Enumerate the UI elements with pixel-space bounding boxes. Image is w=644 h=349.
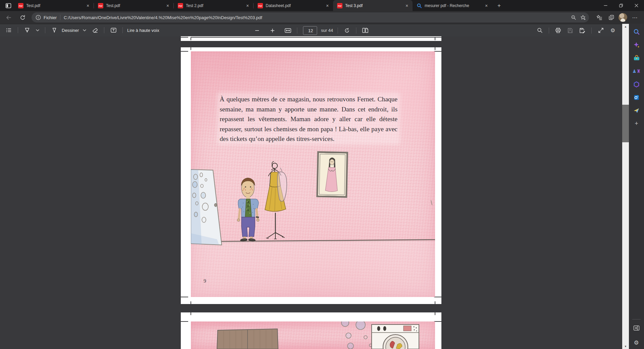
new-tab-button[interactable]: + xyxy=(494,1,504,10)
tab-title: Datasheet.pdf xyxy=(266,3,322,8)
profile-avatar[interactable] xyxy=(619,13,627,22)
vertical-scrollbar[interactable]: ▲ ▼ xyxy=(622,24,629,349)
browser-window: PDF Test.pdf × PDF Test.pdf × PDF Test 2… xyxy=(0,0,644,349)
collections-button[interactable] xyxy=(606,12,617,22)
favorites-button[interactable] xyxy=(594,12,605,22)
file-scheme-label: Fichier xyxy=(44,15,57,20)
address-bar[interactable]: Fichier C:/Users/Romain/OneDrive/Livre%2… xyxy=(32,12,589,22)
window-close-button[interactable] xyxy=(629,0,644,11)
fit-width-icon xyxy=(284,28,291,33)
svg-text:PDF: PDF xyxy=(258,5,262,7)
save-as-icon xyxy=(579,28,586,34)
pdf-viewer[interactable]: À quelques mètres de ce magasin, nous re… xyxy=(0,36,622,349)
tab-close-icon[interactable]: × xyxy=(483,3,489,9)
toolbar-separator xyxy=(18,27,18,33)
page-view-button[interactable] xyxy=(359,26,371,35)
erase-button[interactable] xyxy=(89,26,101,35)
tab-test-pdf-2[interactable]: PDF Test.pdf × xyxy=(94,0,173,11)
back-button[interactable] xyxy=(3,12,14,22)
tab-strip: PDF Test.pdf × PDF Test.pdf × PDF Test 2… xyxy=(0,0,644,11)
draw-label[interactable]: Dessiner xyxy=(62,28,79,33)
next-illustration-drawing xyxy=(191,321,435,349)
find-on-page-button[interactable] xyxy=(569,13,578,22)
zoom-out-button[interactable] xyxy=(251,26,263,35)
save-as-button[interactable] xyxy=(576,26,588,35)
magnifier-icon xyxy=(571,15,576,20)
sidebar-drop-button[interactable] xyxy=(631,105,642,116)
minus-icon xyxy=(255,28,259,33)
tab-layout-icon xyxy=(5,2,12,9)
tab-close-icon[interactable]: × xyxy=(85,3,91,9)
page-number-input[interactable] xyxy=(303,27,318,35)
pdf-file-icon: PDF xyxy=(18,3,23,8)
tab-test3-pdf-active[interactable]: PDF Test 3.pdf × xyxy=(333,0,413,11)
url-text[interactable]: C:/Users/Romain/OneDrive/Livre%20Valenti… xyxy=(64,15,569,20)
print-button[interactable] xyxy=(552,26,564,35)
search-document-button[interactable] xyxy=(534,26,546,35)
fullscreen-button[interactable] xyxy=(595,26,607,35)
tab-close-icon[interactable]: × xyxy=(165,3,171,9)
zoom-in-button[interactable] xyxy=(266,26,278,35)
chess-rook-icon: ♜ xyxy=(637,68,641,74)
plus-icon: + xyxy=(635,120,638,127)
highlighter-icon xyxy=(24,27,30,33)
sidebar-tools-button[interactable] xyxy=(631,53,642,63)
pdf-settings-button[interactable]: ⚙ xyxy=(607,26,619,35)
rotate-icon xyxy=(344,28,350,34)
tab-close-icon[interactable]: × xyxy=(324,3,330,9)
star-plus-icon xyxy=(580,15,586,20)
window-minimize-button[interactable] xyxy=(598,0,613,11)
close-icon xyxy=(635,4,638,7)
save-button[interactable] xyxy=(564,26,576,35)
draw-button[interactable] xyxy=(48,26,60,35)
tab-title: Test.pdf xyxy=(106,3,162,8)
tab-title: mesurer pdf - Recherche xyxy=(425,3,481,8)
sidebar-games-button[interactable]: ♟♜ xyxy=(631,66,642,77)
sidebar-settings-button[interactable]: ⚙ xyxy=(631,337,642,348)
search-icon xyxy=(537,28,543,33)
add-favorite-button[interactable] xyxy=(578,13,588,22)
fit-to-width-button[interactable] xyxy=(282,26,294,35)
tab-bing-search[interactable]: mesurer pdf - Recherche × xyxy=(413,0,492,11)
settings-menu-button[interactable]: ⋯ xyxy=(629,12,641,22)
svg-text:PDF: PDF xyxy=(178,5,182,7)
crop-mark xyxy=(181,297,188,297)
crop-mark xyxy=(181,321,188,322)
highlight-button[interactable] xyxy=(21,26,33,35)
scrollbar-thumb[interactable] xyxy=(622,105,629,142)
highlight-options-chevron[interactable] xyxy=(33,26,42,35)
page-info-button[interactable] xyxy=(34,13,43,22)
tab-close-icon[interactable]: × xyxy=(404,3,410,9)
chevron-down-icon xyxy=(83,29,86,32)
add-text-button[interactable] xyxy=(107,26,119,35)
tab-test2-pdf[interactable]: PDF Test 2.pdf × xyxy=(174,0,253,11)
refresh-button[interactable] xyxy=(17,12,28,22)
pdf-file-icon: PDF xyxy=(337,3,342,8)
tab-test-pdf-1[interactable]: PDF Test.pdf × xyxy=(14,0,94,11)
sidebar-search-icon xyxy=(633,29,640,35)
table-of-contents-button[interactable] xyxy=(3,26,15,35)
tab-close-icon[interactable]: × xyxy=(245,3,251,9)
favorites-icon xyxy=(596,14,602,20)
svg-text:PDF: PDF xyxy=(99,5,103,7)
draw-options-chevron[interactable] xyxy=(80,26,89,35)
sidebar-customize-button[interactable]: + xyxy=(631,118,642,129)
tab-layout-button[interactable] xyxy=(3,2,14,10)
rotate-button[interactable] xyxy=(341,26,353,35)
refresh-icon xyxy=(20,15,25,20)
crop-mark xyxy=(435,312,435,315)
read-aloud-button[interactable]: Lire à haute voix xyxy=(127,28,159,33)
crop-mark xyxy=(435,47,435,50)
scroll-up-button[interactable]: ▲ xyxy=(622,24,629,29)
scroll-down-button[interactable]: ▼ xyxy=(622,344,629,349)
sidebar-outlook-button[interactable] xyxy=(631,92,642,103)
sidebar-open-panel-button[interactable] xyxy=(631,322,642,333)
window-restore-button[interactable] xyxy=(613,0,629,11)
sidebar-microsoft365-button[interactable] xyxy=(631,79,642,90)
tab-datasheet-pdf[interactable]: PDF Datasheet.pdf × xyxy=(254,0,333,11)
sidebar-copilot-button[interactable] xyxy=(631,40,642,50)
sidebar-search-button[interactable] xyxy=(631,27,642,37)
two-page-view-icon xyxy=(362,28,369,33)
crop-mark xyxy=(181,51,188,52)
plus-icon xyxy=(270,28,275,33)
